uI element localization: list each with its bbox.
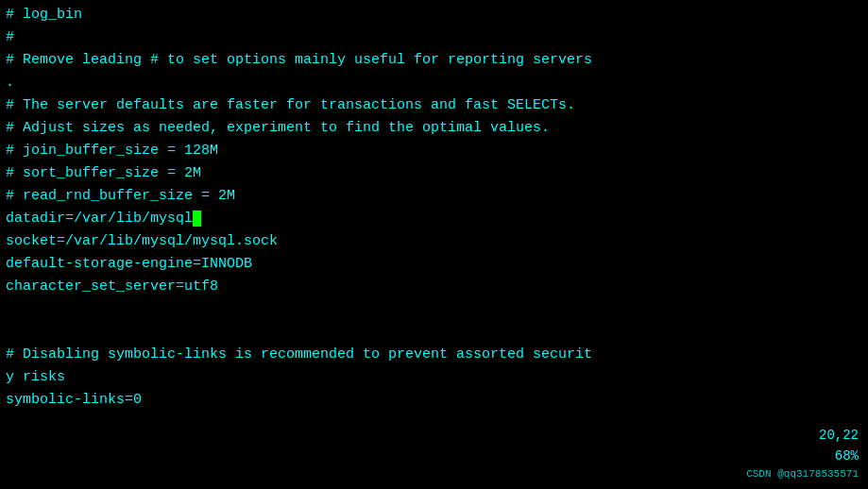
line-5: # The server defaults are faster for tra… [6, 94, 862, 117]
line-14 [6, 298, 862, 321]
status-bar: 20,22 68% CSDN @qq3178535571 [746, 425, 859, 483]
line-7: # join_buffer_size = 128M [6, 140, 862, 162]
line-6: # Adjust sizes as needed, experiment to … [6, 117, 862, 140]
line-10: datadir=/var/lib/mysql [6, 208, 862, 230]
line-17: y risks [6, 366, 862, 389]
cursor [193, 211, 201, 227]
watermark: CSDN @qq3178535571 [746, 466, 859, 483]
line-3: # Remove leading # to set options mainly… [6, 49, 862, 72]
zoom-level: 68% [835, 446, 859, 466]
line-15 [6, 321, 862, 344]
line-11: socket=/var/lib/mysql/mysql.sock [6, 230, 862, 253]
line-8: # sort_buffer_size = 2M [6, 162, 862, 185]
line-16: # Disabling symbolic-links is recommende… [6, 344, 862, 366]
line-18: symbolic-links=0 [6, 389, 862, 412]
line-4: . [6, 72, 862, 94]
line-13: character_set_server=utf8 [6, 276, 862, 298]
line-12: default-storage-engine=INNODB [6, 253, 862, 276]
code-editor: # log_bin # # Remove leading # to set op… [0, 0, 868, 489]
line-1: # log_bin [6, 4, 862, 26]
cursor-position: 20,22 [819, 425, 859, 446]
line-9: # read_rnd_buffer_size = 2M [6, 185, 862, 208]
code-content: # log_bin # # Remove leading # to set op… [6, 4, 862, 412]
line-2: # [6, 26, 862, 49]
